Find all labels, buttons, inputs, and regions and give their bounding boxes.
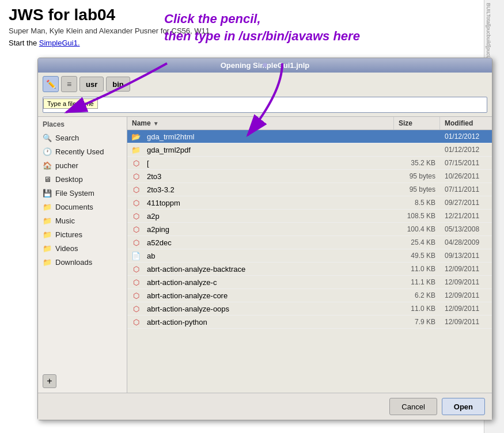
file-icon-cell: ⬡ [127, 211, 145, 221]
sidebar-item-recently-used[interactable]: 🕐 Recently Used [38, 145, 127, 158]
table-row[interactable]: ⬡ a52dec 25.4 KB 04/28/2009 [127, 236, 492, 249]
file-name: gda_trml2pdf [145, 146, 394, 154]
column-header-size[interactable]: Size [394, 117, 440, 130]
file-date: 04/28/2009 [440, 238, 492, 246]
file-size: 6.2 KB [394, 291, 440, 299]
filesystem-icon: 💾 [43, 188, 52, 197]
file-name: a2ping [145, 225, 394, 234]
file-icon-cell: 📁 [127, 145, 145, 154]
column-header-modified[interactable]: Modified [440, 117, 492, 130]
file-size: 100.4 KB [394, 225, 440, 233]
file-dialog: Opening SimpleGui1.jnlp ✏️ Type a file n… [37, 58, 492, 420]
breadcrumb-bin[interactable]: bin [106, 77, 130, 92]
path-input-row [38, 96, 492, 116]
page-body: Start the SimpleGui1. [9, 39, 495, 47]
table-row[interactable]: 📁 gda_trml2pdf 01/12/2012 [127, 143, 492, 157]
file-name: gda_trml2html [145, 132, 394, 141]
table-row[interactable]: ⬡ abrt-action-analyze-oops 11.0 KB 12/09… [127, 302, 492, 316]
file-date: 07/15/2011 [440, 159, 492, 167]
sidebar-item-videos[interactable]: 📁 Videos [38, 241, 127, 255]
sidebar-item-documents[interactable]: 📁 Documents [38, 200, 127, 214]
file-size: 11.1 KB [394, 278, 440, 286]
file-date: 12/09/2011 [440, 278, 492, 286]
file-name: a2p [145, 212, 394, 221]
home-icon: 🏠 [43, 161, 52, 170]
file-name: abrt-action-analyze-core [145, 291, 394, 300]
music-icon: 📁 [43, 216, 52, 225]
table-row[interactable]: ⬡ abrt-action-analyze-c 11.1 KB 12/09/20… [127, 276, 492, 289]
places-header: Places [38, 117, 127, 131]
file-size: 35.2 KB [394, 159, 440, 167]
documents-icon: 📁 [43, 202, 52, 211]
open-button[interactable]: Open [442, 398, 485, 415]
view-toggle-button[interactable]: ≡ [61, 76, 77, 92]
exec-icon: ⬡ [131, 317, 141, 326]
type-filename-button[interactable]: ✏️ Type a file name [43, 76, 59, 92]
exec-icon: ⬡ [131, 304, 141, 313]
file-name: abrt-action-analyze-c [145, 278, 394, 287]
sidebar-item-pucher[interactable]: 🏠 pucher [38, 158, 127, 172]
file-icon-cell: 📄 [127, 251, 145, 260]
file-date: 12/09/2011 [440, 291, 492, 299]
sidebar-item-downloads[interactable]: 📁 Downloads [38, 255, 127, 269]
sidebar-item-search[interactable]: 🔍 Search [38, 131, 127, 145]
pencil-icon: ✏️ [46, 79, 56, 89]
page-subtitle: Super Man, Kyle Klein and Alexander Pusn… [9, 26, 495, 35]
sidebar-item-desktop[interactable]: 🖥 Desktop [38, 172, 127, 186]
file-list[interactable]: 📂 gda_trml2html 01/12/2012 📁 gda_trml2pd… [127, 130, 492, 393]
simplegui-link[interactable]: SimpleGui1. [39, 39, 80, 47]
sidebar-item-music[interactable]: 📁 Music [38, 214, 127, 227]
sidebar-item-filesystem[interactable]: 💾 File System [38, 186, 127, 200]
search-icon: 🔍 [43, 133, 52, 142]
table-row[interactable]: ⬡ 2to3-3.2 95 bytes 07/11/2011 [127, 183, 492, 196]
sidebar-item-pictures[interactable]: 📁 Pictures [38, 227, 127, 241]
breadcrumb-usr[interactable]: usr [79, 77, 104, 92]
file-icon-cell: ⬡ [127, 185, 145, 194]
file-size: 95 bytes [394, 172, 440, 180]
file-icon-cell: 📂 [127, 132, 145, 141]
file-size: 49.5 KB [394, 252, 440, 260]
table-row[interactable]: ⬡ abrt-action-analyze-core 6.2 KB 12/09/… [127, 289, 492, 302]
table-row[interactable]: 📂 gda_trml2html 01/12/2012 [127, 130, 492, 143]
table-row[interactable]: ⬡ abrt-action-python 7.9 KB 12/09/2011 [127, 316, 492, 329]
places-sidebar: Places 🔍 Search 🕐 Recently Used 🏠 pucher… [38, 117, 127, 393]
file-name: ab [145, 252, 394, 260]
add-bookmark-button[interactable]: + [43, 374, 56, 388]
videos-icon: 📁 [43, 244, 52, 253]
table-row[interactable]: ⬡ abrt-action-analyze-backtrace 11.0 KB … [127, 263, 492, 276]
file-icon-cell: ⬡ [127, 158, 145, 168]
recently-used-icon: 🕐 [43, 147, 52, 156]
exec-icon: ⬡ [131, 211, 141, 221]
column-header-name[interactable]: Name ▼ [127, 117, 394, 130]
file-size: 108.5 KB [394, 212, 440, 220]
table-row[interactable]: ⬡ a2ping 100.4 KB 05/13/2008 [127, 223, 492, 236]
dialog-bottom: Cancel Open [38, 393, 492, 420]
table-row[interactable]: ⬡ 2to3 95 bytes 10/26/2011 [127, 170, 492, 183]
file-icon-cell: ⬡ [127, 172, 145, 181]
file-name: abrt-action-analyze-backtrace [145, 265, 394, 274]
file-icon-cell: ⬡ [127, 238, 145, 247]
file-icon-cell: ⬡ [127, 198, 145, 207]
file-size: 11.0 KB [394, 265, 440, 273]
text-icon: 📄 [131, 251, 141, 260]
file-name: 2to3-3.2 [145, 185, 394, 194]
file-date: 07/11/2011 [440, 185, 492, 193]
file-size: 25.4 KB [394, 238, 440, 246]
table-row[interactable]: ⬡ a2p 108.5 KB 12/21/2011 [127, 210, 492, 223]
sort-arrow-icon: ▼ [153, 120, 159, 127]
path-input[interactable] [43, 97, 487, 113]
file-size: 11.0 KB [394, 305, 440, 313]
file-date: 01/12/2012 [440, 146, 492, 154]
file-area: Name ▼ Size Modified 📂 gda_trml2html [127, 117, 492, 393]
file-size: 8.5 KB [394, 199, 440, 207]
cancel-button[interactable]: Cancel [389, 398, 437, 415]
table-row[interactable]: ⬡ 411toppm 8.5 KB 09/27/2011 [127, 196, 492, 210]
pictures-icon: 📁 [43, 230, 52, 239]
exec-icon: ⬡ [131, 238, 141, 247]
main-area: Places 🔍 Search 🕐 Recently Used 🏠 pucher… [38, 116, 492, 393]
folder-icon: 📁 [131, 145, 141, 154]
table-row[interactable]: 📄 ab 49.5 KB 09/13/2011 [127, 249, 492, 263]
table-row[interactable]: ⬡ [ 35.2 KB 07/15/2011 [127, 157, 492, 170]
file-date: 05/13/2008 [440, 225, 492, 233]
file-date: 12/21/2011 [440, 212, 492, 220]
